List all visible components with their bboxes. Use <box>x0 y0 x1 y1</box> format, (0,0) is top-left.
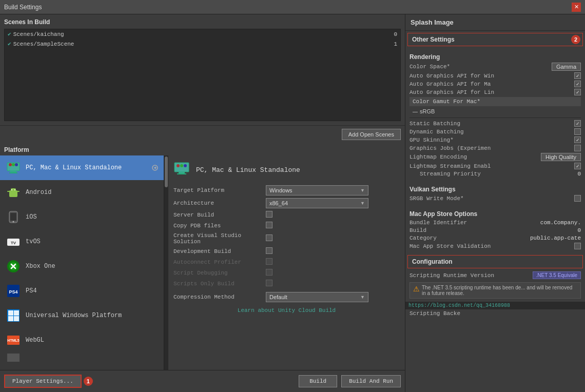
compression-label: Compression Method <box>173 294 266 300</box>
validation-row: Mac App Store Validation <box>410 243 581 249</box>
auto-gfx-mac-label: Auto Graphics API for Ma <box>410 81 574 87</box>
switch-icon <box>151 164 159 171</box>
graphics-jobs-row: Graphics Jobs (Experimen <box>410 145 581 151</box>
category-value: public.app-cate <box>530 235 581 241</box>
scene-index-0: 0 <box>394 31 397 37</box>
server-build-value <box>266 211 400 219</box>
mac-app-section: Mac App Store Options Bundle Identifier … <box>405 205 585 253</box>
dynamic-batching-checkbox[interactable] <box>574 128 581 135</box>
rendering-title: Rendering <box>410 53 581 61</box>
platform-item-ps4[interactable]: PS4 PS4 <box>0 279 164 303</box>
script-debug-row: Script Debugging <box>173 269 400 277</box>
static-batching-checkbox[interactable] <box>574 120 581 127</box>
svg-point-33 <box>180 164 183 167</box>
scene-list: ✔Scenes/kaichang 0 ✔Scenes/SampleScene 1 <box>4 29 401 121</box>
platform-item-pc-mac-linux[interactable]: PC, Mac & Linux Standalone <box>0 155 164 180</box>
platform-item-android[interactable]: Android <box>0 180 164 205</box>
vs-solution-checkbox[interactable] <box>266 234 272 241</box>
server-build-checkbox[interactable] <box>266 211 272 218</box>
build-button[interactable]: Build <box>299 375 337 387</box>
graphics-jobs-checkbox[interactable] <box>574 145 581 151</box>
player-settings-button[interactable]: Player Settings... <box>4 375 82 388</box>
vs-solution-value <box>266 234 400 243</box>
platform-item-xbox[interactable]: Xbox One <box>0 254 164 279</box>
architecture-value: x86_64 ▼ <box>266 198 400 208</box>
net-badge: .NET 3.5 Equivale <box>533 271 581 279</box>
compression-text: Default <box>269 294 287 300</box>
compression-dropdown[interactable]: Default ▼ <box>266 292 368 302</box>
auto-gfx-win-row: Auto Graphics API for Win <box>410 72 581 79</box>
webgl-icon: HTML5 <box>5 332 22 348</box>
warning-icon: ⚠ <box>413 285 420 293</box>
platform-scrollbar-thumb[interactable] <box>165 156 168 187</box>
platform-name-android: Android <box>26 189 51 196</box>
scene-item-1[interactable]: ✔Scenes/SampleScene 1 <box>5 39 400 49</box>
build-row: Build 0 <box>410 227 581 233</box>
platform-item-extra[interactable] <box>0 352 164 363</box>
copy-pdb-checkbox[interactable] <box>266 222 272 228</box>
target-platform-dropdown[interactable]: Windows ▼ <box>266 185 368 195</box>
platform-title: Platform <box>0 143 405 155</box>
platform-item-uwp[interactable]: Universal Windows Platform <box>0 303 164 328</box>
other-settings-label: Other Settings <box>412 36 455 43</box>
validation-checkbox[interactable] <box>574 243 581 249</box>
xbox-icon <box>5 258 22 275</box>
auto-gfx-win-checkbox[interactable] <box>574 72 581 79</box>
uwp-icon <box>5 307 22 324</box>
svg-rect-22 <box>8 310 13 316</box>
gpu-skinning-checkbox[interactable] <box>574 136 581 143</box>
static-batching-row: Static Batching <box>410 120 581 127</box>
streaming-priority-row: Streaming Priority 0 <box>410 171 581 177</box>
close-button[interactable]: ✕ <box>572 3 581 12</box>
other-settings-header[interactable]: Other Settings 2 <box>407 33 583 46</box>
scenes-section: Scenes In Build ✔Scenes/kaichang 0 ✔Scen… <box>0 14 405 126</box>
svg-point-4 <box>12 163 15 166</box>
srgb-write-label: SRGB Write Mode* <box>410 195 574 202</box>
bundle-id-row: Bundle Identifier com.Company. <box>410 220 581 226</box>
auto-gfx-mac-checkbox[interactable] <box>574 81 581 87</box>
left-panel: Scenes In Build ✔Scenes/kaichang 0 ✔Scen… <box>0 14 405 392</box>
architecture-dropdown[interactable]: x86_64 ▼ <box>266 198 368 208</box>
copy-pdb-label: Copy PDB files <box>173 223 266 229</box>
srgb-write-row: SRGB Write Mode* <box>410 195 581 202</box>
srgb-write-checkbox[interactable] <box>574 195 581 202</box>
configuration-header[interactable]: Configuration <box>407 255 583 268</box>
platform-content: PC, Mac & Linux Standalone <box>0 155 405 370</box>
scenes-title: Scenes In Build <box>4 18 401 26</box>
splash-header: Splash Image <box>405 14 585 31</box>
bundle-id-label: Bundle Identifier <box>410 220 540 226</box>
gpu-skinning-row: GPU Skinning* <box>410 136 581 143</box>
lightmap-encoding-dropdown[interactable]: High Quality <box>541 153 581 161</box>
build-platform-name: PC, Mac & Linux Standalone <box>196 166 300 174</box>
build-and-run-button[interactable]: Build And Run <box>341 375 401 387</box>
script-debug-value <box>266 269 400 277</box>
lightmap-streaming-checkbox[interactable] <box>574 163 581 169</box>
svg-text:HTML5: HTML5 <box>7 339 19 342</box>
auto-gfx-mac-row: Auto Graphics API for Ma <box>410 81 581 87</box>
scene-item-0[interactable]: ✔Scenes/kaichang 0 <box>5 29 400 39</box>
add-open-scenes-button[interactable]: Add Open Scenes <box>342 129 401 140</box>
auto-gfx-lin-row: Auto Graphics API for Lin <box>410 89 581 95</box>
platform-item-webgl[interactable]: HTML5 WebGL <box>0 328 164 352</box>
build-options-panel: PC, Mac & Linux Standalone Target Platfo… <box>168 155 405 370</box>
svg-point-3 <box>9 163 12 166</box>
platform-item-ios[interactable]: iOS <box>0 205 164 229</box>
window-title: Build Settings <box>4 4 42 11</box>
validation-label: Mac App Store Validation <box>410 243 574 249</box>
platform-scrollbar[interactable] <box>164 155 168 370</box>
bundle-id-value: com.Company. <box>540 220 581 226</box>
target-platform-label: Target Platform <box>173 187 266 193</box>
learn-link[interactable]: Learn about Unity Cloud Build <box>173 307 400 313</box>
auto-gfx-lin-checkbox[interactable] <box>574 89 581 95</box>
player-settings-badge: 1 <box>84 377 93 386</box>
scripts-only-row: Scripts Only Build <box>173 280 400 288</box>
vulkan-title: Vulkan Settings <box>410 186 581 193</box>
color-space-dropdown[interactable]: Gamma <box>552 63 581 71</box>
dev-build-checkbox[interactable] <box>266 247 272 254</box>
color-space-row: Color Space* Gamma <box>410 63 581 71</box>
svg-text:PS4: PS4 <box>9 289 17 295</box>
svg-rect-31 <box>177 173 186 174</box>
srgb-dash: — <box>413 109 418 114</box>
platform-item-tvos[interactable]: TV tvOS <box>0 229 164 254</box>
architecture-row: Architecture x86_64 ▼ <box>173 198 400 208</box>
